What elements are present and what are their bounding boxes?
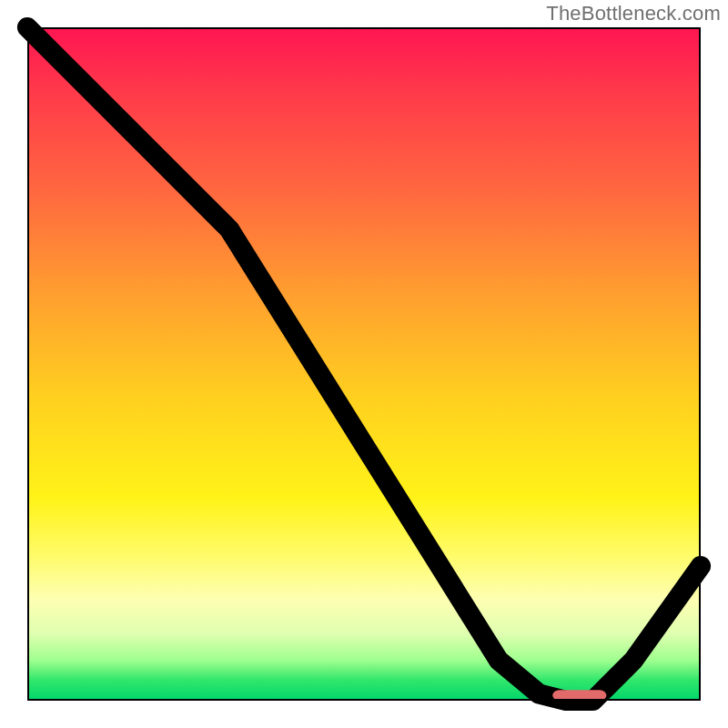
chart-overlay-svg [27, 27, 701, 701]
bottleneck-curve [27, 27, 701, 701]
watermark-text: TheBottleneck.com [546, 2, 721, 25]
optimum-marker [552, 690, 606, 701]
chart-plot-area [27, 27, 701, 701]
